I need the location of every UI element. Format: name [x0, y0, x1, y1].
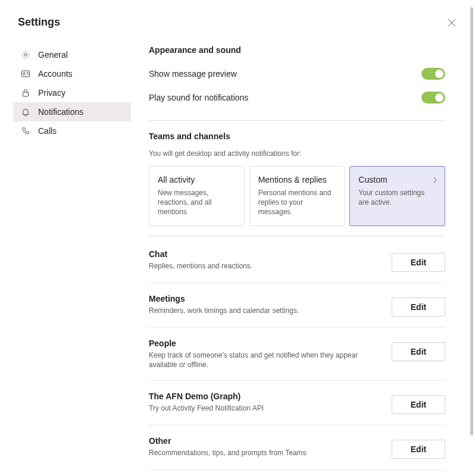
- afn-edit-button[interactable]: Edit: [392, 395, 445, 414]
- card-all-activity[interactable]: All activity New messages, reactions, an…: [149, 166, 245, 226]
- scrollbar[interactable]: [470, 7, 473, 436]
- teams-title: Teams and channels: [149, 131, 445, 141]
- main-content: Appearance and sound Show message previe…: [131, 39, 475, 474]
- card-title: Custom: [358, 175, 436, 184]
- people-title: People: [149, 339, 382, 348]
- other-title: Other: [149, 436, 382, 446]
- svg-point-2: [23, 73, 25, 74]
- other-edit-button[interactable]: Edit: [392, 440, 445, 459]
- sidebar-item-label: Calls: [38, 126, 57, 136]
- meetings-title: Meetings: [149, 294, 382, 303]
- sidebar-item-accounts[interactable]: Accounts: [13, 64, 131, 83]
- svg-rect-3: [23, 92, 29, 96]
- meetings-edit-button[interactable]: Edit: [392, 298, 445, 317]
- card-custom[interactable]: Custom Your custom settings are active.: [349, 166, 445, 226]
- close-icon: [448, 18, 456, 27]
- afn-title: The AFN Demo (Graph): [149, 392, 382, 401]
- page-title: Settings: [18, 16, 60, 29]
- divider: [149, 120, 445, 121]
- teams-desc: You will get desktop and activity notifi…: [149, 149, 445, 158]
- people-desc: Keep track of someone's status and get n…: [149, 350, 382, 369]
- people-edit-button[interactable]: Edit: [392, 342, 445, 361]
- sidebar-item-privacy[interactable]: Privacy: [13, 83, 131, 102]
- sound-toggle[interactable]: [421, 92, 445, 104]
- card-desc: Your custom settings are active.: [358, 188, 436, 207]
- preview-label: Show message preview: [149, 69, 237, 79]
- divider: [149, 283, 445, 283]
- afn-desc: Try out Activity Feed Notification API: [149, 403, 382, 413]
- chat-edit-button[interactable]: Edit: [392, 253, 445, 272]
- divider: [149, 380, 445, 381]
- phone-icon: [20, 126, 31, 136]
- divider: [149, 327, 445, 328]
- sidebar-item-label: Privacy: [38, 88, 65, 98]
- divider: [149, 425, 445, 425]
- other-desc: Recommendations, tips, and prompts from …: [149, 448, 382, 458]
- chat-desc: Replies, mentions and reactions.: [149, 261, 382, 271]
- card-title: All activity: [158, 175, 236, 184]
- svg-point-0: [24, 54, 27, 56]
- sidebar-item-label: Notifications: [38, 107, 83, 117]
- close-button[interactable]: [446, 17, 457, 28]
- preview-toggle[interactable]: [421, 68, 445, 80]
- card-desc: Personal mentions and replies to your me…: [258, 188, 336, 217]
- divider: [149, 469, 445, 470]
- divider: [149, 236, 445, 236]
- appearance-title: Appearance and sound: [149, 45, 445, 55]
- lock-icon: [20, 87, 31, 98]
- bell-icon: [20, 107, 31, 117]
- sidebar-item-calls[interactable]: Calls: [13, 121, 131, 140]
- card-title: Mentions & replies: [258, 175, 336, 184]
- sidebar: General Accounts Privacy Notifications C…: [13, 39, 131, 474]
- sidebar-item-notifications[interactable]: Notifications: [13, 102, 131, 121]
- sidebar-item-label: General: [38, 50, 68, 60]
- sound-label: Play sound for notifications: [149, 93, 248, 102]
- sidebar-item-label: Accounts: [38, 69, 73, 79]
- meetings-desc: Reminders, work timings and calendar set…: [149, 306, 382, 315]
- gear-icon: [20, 49, 31, 60]
- chevron-right-icon: [433, 176, 438, 186]
- chat-title: Chat: [149, 249, 382, 259]
- sidebar-item-general[interactable]: General: [13, 45, 131, 64]
- card-mentions-replies[interactable]: Mentions & replies Personal mentions and…: [249, 166, 345, 226]
- id-icon: [20, 68, 31, 79]
- card-desc: New messages, reactions, and all mention…: [158, 188, 236, 217]
